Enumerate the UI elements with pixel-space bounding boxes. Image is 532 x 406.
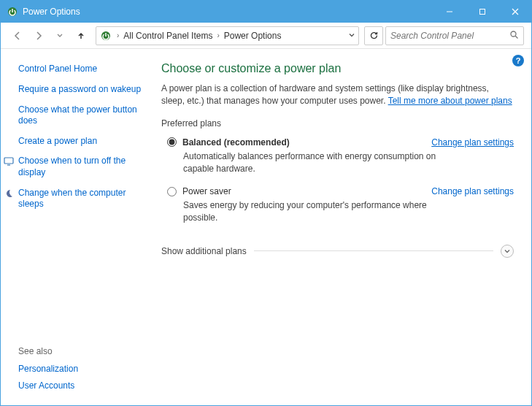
navbar: › All Control Panel Items › Power Option… (1, 23, 531, 49)
plan-name[interactable]: Power saver (182, 186, 231, 196)
plan-saver-radio[interactable] (167, 187, 177, 196)
page-description: A power plan is a collection of hardware… (161, 83, 514, 108)
help-button[interactable]: ? (512, 55, 524, 66)
svg-rect-2 (479, 9, 485, 15)
sidebar-link-user-accounts[interactable]: User Accounts (18, 380, 144, 392)
main-content: ? Choose or customize a power plan A pow… (151, 49, 531, 405)
refresh-button[interactable] (364, 26, 383, 45)
svg-point-6 (511, 31, 516, 37)
chevron-down-icon[interactable] (348, 31, 355, 41)
close-button[interactable] (498, 1, 531, 23)
recent-dropdown-button[interactable] (50, 26, 69, 45)
breadcrumb-item[interactable]: Power Options (224, 31, 282, 41)
sidebar-link-power-button[interactable]: Choose what the power button does (18, 104, 144, 127)
sidebar-link-when-sleep[interactable]: Change when the computer sleeps (18, 188, 144, 210)
power-options-icon (7, 6, 18, 18)
search-input[interactable] (390, 31, 509, 41)
plan-balanced-radio[interactable] (167, 137, 177, 147)
change-plan-settings-link[interactable]: Change plan settings (431, 186, 514, 196)
plan-balanced: Balanced (recommended) Change plan setti… (161, 133, 514, 183)
plan-power-saver: Power saver Change plan settings Saves e… (161, 182, 514, 231)
expand-button[interactable] (501, 245, 514, 258)
chevron-right-icon[interactable]: › (215, 31, 220, 39)
maximize-button[interactable] (466, 1, 498, 23)
sidebar-link-personalization[interactable]: Personalization (18, 364, 144, 375)
search-input-container[interactable] (385, 26, 524, 45)
search-icon[interactable] (509, 30, 519, 42)
chevron-down-icon (504, 248, 511, 255)
sidebar-link-require-password[interactable]: Require a password on wakeup (18, 84, 144, 96)
sidebar: Control Panel Home Require a password on… (1, 49, 151, 405)
plan-name[interactable]: Balanced (recommended) (182, 137, 290, 148)
change-plan-settings-link[interactable]: Change plan settings (431, 137, 514, 148)
svg-line-7 (515, 36, 517, 38)
divider (254, 250, 493, 251)
show-additional-plans-label: Show additional plans (161, 246, 247, 256)
learn-more-link[interactable]: Tell me more about power plans (388, 96, 512, 106)
sidebar-item-label: Change when the computer sleeps (18, 188, 126, 210)
chevron-right-icon[interactable]: › (115, 31, 120, 39)
page-title: Choose or customize a power plan (161, 62, 514, 75)
breadcrumb-item[interactable]: All Control Panel Items (123, 31, 212, 41)
see-also-label: See also (18, 346, 144, 356)
preferred-plans-label: Preferred plans (161, 118, 514, 129)
sidebar-link-turn-off-display[interactable]: Choose when to turn off the display (18, 156, 144, 178)
window-title: Power Options (23, 7, 80, 17)
titlebar: Power Options (1, 1, 531, 23)
moon-icon (4, 188, 14, 199)
sidebar-item-label: Choose when to turn off the display (18, 156, 126, 177)
power-options-icon (99, 29, 112, 42)
display-icon (4, 156, 14, 166)
up-button[interactable] (72, 26, 90, 45)
svg-rect-8 (4, 158, 13, 164)
sidebar-link-create-plan[interactable]: Create a power plan (18, 136, 144, 148)
plan-description: Saves energy by reducing your computer's… (167, 196, 514, 224)
minimize-button[interactable] (433, 1, 466, 23)
back-button[interactable] (8, 26, 27, 45)
forward-button[interactable] (29, 26, 48, 45)
breadcrumb[interactable]: › All Control Panel Items › Power Option… (96, 26, 359, 45)
show-additional-plans-row[interactable]: Show additional plans (161, 245, 514, 258)
control-panel-home-link[interactable]: Control Panel Home (18, 64, 144, 74)
plan-description: Automatically balances performance with … (167, 148, 514, 175)
